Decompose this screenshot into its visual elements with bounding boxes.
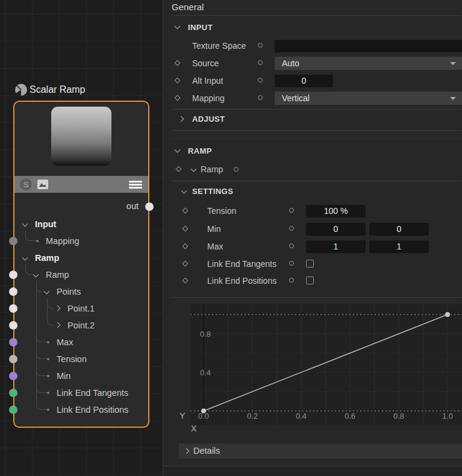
divider bbox=[172, 109, 461, 110]
tree-item-ramp[interactable]: Ramp bbox=[46, 266, 69, 283]
keyframe-diamond-icon[interactable] bbox=[176, 166, 182, 172]
link-end-tangents-checkbox[interactable] bbox=[306, 260, 314, 268]
section-header-input[interactable]: INPUT bbox=[188, 23, 213, 32]
tree-connector bbox=[36, 371, 47, 376]
image-preview-icon bbox=[37, 180, 48, 189]
chevron-down-icon[interactable] bbox=[175, 147, 181, 153]
node-title-text: Scalar Ramp bbox=[30, 84, 85, 95]
keyframe-diamond-icon[interactable] bbox=[175, 78, 181, 84]
section-header-ramp[interactable]: RAMP bbox=[188, 146, 212, 155]
tree-connector bbox=[25, 264, 26, 269]
tree-item-ramp[interactable]: Ramp bbox=[35, 249, 59, 266]
max-field-1[interactable]: 1 bbox=[369, 240, 429, 253]
keyframe-diamond-icon[interactable] bbox=[183, 226, 189, 232]
connect-port-icon[interactable] bbox=[289, 278, 294, 283]
port-link-end-tangents[interactable] bbox=[9, 389, 17, 397]
max-field-0[interactable]: 1 bbox=[306, 240, 366, 253]
min-field-1[interactable]: 0 bbox=[369, 223, 429, 236]
tree-connector bbox=[36, 354, 47, 359]
node-menu-icon[interactable] bbox=[129, 181, 142, 189]
chevron-down-icon[interactable] bbox=[181, 188, 187, 194]
tree-connector-dot bbox=[47, 409, 49, 411]
connect-port-icon[interactable] bbox=[258, 95, 263, 100]
link-end-positions-label: Link End Positions bbox=[207, 272, 276, 289]
tree-connector-dot bbox=[47, 358, 49, 360]
tree-item-tension[interactable]: Tension bbox=[57, 351, 87, 368]
connect-port-icon[interactable] bbox=[289, 226, 294, 231]
divider bbox=[172, 297, 461, 298]
connect-port-icon[interactable] bbox=[289, 208, 294, 213]
tension-field-0[interactable]: 100 % bbox=[306, 205, 366, 218]
connect-port-icon[interactable] bbox=[289, 243, 294, 248]
port-mapping[interactable] bbox=[9, 237, 17, 245]
panel-tab-general[interactable]: General bbox=[172, 2, 204, 12]
connect-port-icon[interactable] bbox=[258, 43, 263, 48]
scalar-ramp-node[interactable]: S out bbox=[13, 101, 149, 428]
connect-port-icon[interactable] bbox=[258, 78, 263, 83]
section-header-settings[interactable]: SETTINGS bbox=[192, 187, 233, 196]
tree-item-point-1[interactable]: Point.1 bbox=[67, 300, 95, 317]
tree-connector-dot bbox=[47, 375, 49, 377]
curve-point[interactable] bbox=[445, 312, 450, 317]
section-header-adjust[interactable]: ADJUST bbox=[192, 114, 225, 124]
tree-item-link-end-positions[interactable]: Link End Positions bbox=[57, 401, 128, 418]
chevron-right-icon[interactable] bbox=[178, 116, 184, 122]
tree-item-min[interactable]: Min bbox=[57, 368, 70, 384]
link-end-tangents-label: Link End Tangents bbox=[207, 255, 276, 272]
port-points[interactable] bbox=[9, 287, 17, 296]
texture-space-input[interactable] bbox=[275, 40, 462, 52]
chevron-down-icon[interactable] bbox=[191, 166, 197, 172]
port-min[interactable] bbox=[9, 372, 17, 380]
tree-connector-dot bbox=[36, 240, 39, 242]
tree-connector bbox=[47, 298, 48, 320]
keyframe-diamond-icon[interactable] bbox=[175, 60, 181, 66]
mapping-label: Mapping bbox=[192, 90, 225, 107]
port-link-end-positions[interactable] bbox=[9, 406, 17, 414]
tree-item-points[interactable]: Points bbox=[57, 283, 81, 300]
tree-item-max[interactable]: Max bbox=[57, 334, 73, 351]
source-label: Source bbox=[192, 55, 219, 72]
port-point-1[interactable] bbox=[9, 304, 17, 313]
port-tension[interactable] bbox=[9, 355, 17, 363]
node-editor-canvas[interactable]: Scalar Ramp S out InputMappingRampRampPo… bbox=[0, 0, 163, 476]
details-label: Details bbox=[193, 446, 220, 456]
tree-item-point-2[interactable]: Point.2 bbox=[67, 317, 95, 334]
alt-input-label: Alt Input bbox=[192, 72, 223, 89]
connect-port-icon[interactable] bbox=[234, 167, 239, 172]
port-ramp[interactable] bbox=[9, 271, 17, 279]
output-port-label: out bbox=[126, 201, 139, 211]
svg-text:0.4: 0.4 bbox=[296, 412, 307, 421]
tree-connector-dot bbox=[47, 341, 49, 343]
ramp-curve-editor[interactable]: 0.40.80.00.20.40.60.81.0 bbox=[190, 304, 462, 425]
port-out[interactable] bbox=[145, 202, 154, 211]
node-header[interactable]: Scalar Ramp bbox=[14, 83, 85, 96]
chevron-down-icon[interactable] bbox=[175, 23, 181, 30]
details-section-header[interactable]: Details bbox=[179, 443, 462, 459]
tree-connector bbox=[36, 337, 47, 342]
source-dropdown[interactable]: Auto bbox=[275, 57, 462, 70]
port-max[interactable] bbox=[9, 338, 17, 346]
mapping-dropdown[interactable]: Vertical bbox=[275, 92, 462, 105]
ramp-preview-thumbnail[interactable] bbox=[51, 107, 111, 166]
min-field-0[interactable]: 0 bbox=[306, 223, 366, 236]
texture-space-label: Texture Space bbox=[192, 37, 246, 54]
alt-input-field-0[interactable]: 0 bbox=[275, 75, 333, 87]
port-point-2[interactable] bbox=[9, 321, 17, 330]
tree-item-link-end-tangents[interactable]: Link End Tangents bbox=[57, 384, 128, 401]
scalar-type-badge-icon: S bbox=[20, 178, 32, 190]
keyframe-diamond-icon[interactable] bbox=[183, 278, 189, 284]
attributes-panel: General INPUT Texture SpaceSourceAutoAlt… bbox=[163, 0, 462, 476]
connect-port-icon[interactable] bbox=[258, 60, 263, 65]
tree-item-mapping[interactable]: Mapping bbox=[46, 233, 80, 249]
link-end-positions-checkbox[interactable] bbox=[306, 277, 314, 284]
min-label: Min bbox=[207, 221, 221, 237]
svg-text:0.8: 0.8 bbox=[393, 412, 404, 421]
ramp-curve-svg: 0.40.80.00.20.40.60.81.0 bbox=[190, 304, 462, 425]
keyframe-diamond-icon[interactable] bbox=[183, 261, 189, 267]
tree-item-input[interactable]: Input bbox=[35, 216, 56, 233]
y-axis-label: Y bbox=[179, 411, 185, 421]
connect-port-icon[interactable] bbox=[289, 261, 294, 266]
keyframe-diamond-icon[interactable] bbox=[183, 208, 189, 214]
keyframe-diamond-icon[interactable] bbox=[183, 243, 189, 249]
keyframe-diamond-icon[interactable] bbox=[175, 95, 181, 101]
